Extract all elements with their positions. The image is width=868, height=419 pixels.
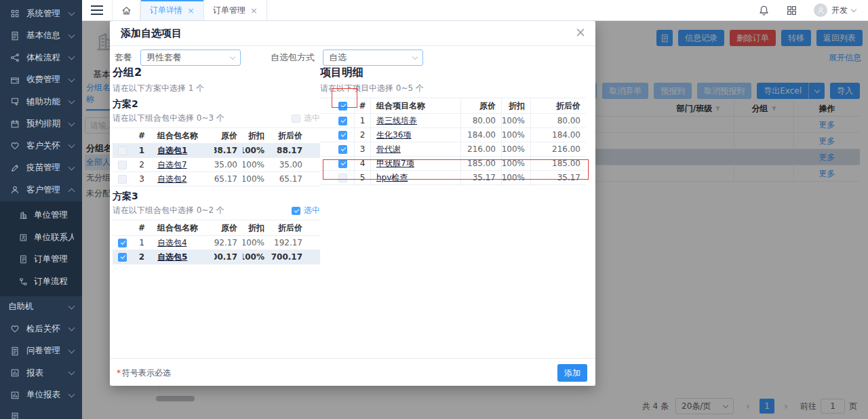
header-cell: 折扣 bbox=[243, 128, 270, 143]
package-name-link[interactable]: 生化36项 bbox=[376, 129, 411, 141]
name-cell: 自选包4 bbox=[152, 236, 214, 250]
sidebar-item-label: 基本信息 bbox=[26, 30, 69, 41]
checkbox-cell bbox=[320, 128, 354, 142]
row-checkbox[interactable] bbox=[118, 161, 127, 169]
sidebar-item-0[interactable]: 系统管理 bbox=[0, 3, 82, 25]
sidebar-subitem-1[interactable]: 单位联系人 bbox=[0, 226, 82, 249]
row-checkbox[interactable] bbox=[118, 146, 127, 155]
row-checkbox[interactable] bbox=[118, 239, 127, 247]
checkbox-cell bbox=[113, 172, 132, 186]
tab-order-detail[interactable]: 订单详情 × bbox=[140, 0, 204, 20]
table-row[interactable]: 2自选包735.00100%35.00 bbox=[113, 158, 320, 172]
mode-select[interactable]: 自选 bbox=[323, 49, 423, 66]
row-checkbox[interactable] bbox=[338, 145, 347, 154]
chevron-down-icon bbox=[412, 54, 418, 59]
table-row[interactable]: 2自选包5700.17100%700.17 bbox=[113, 250, 320, 264]
package-name-link[interactable]: 甲状腺7项 bbox=[376, 158, 414, 169]
plan3-hint: 请在以下组合包中选择 0~2 个 bbox=[113, 205, 224, 216]
home-icon[interactable] bbox=[112, 0, 140, 20]
table-row[interactable]: 1粪三线培养80.00100%80.00 bbox=[320, 114, 586, 128]
row-checkbox[interactable] bbox=[338, 159, 347, 168]
hamburger-menu-icon[interactable] bbox=[82, 0, 112, 20]
sidebar-item-11[interactable]: 问卷管理 bbox=[0, 340, 82, 363]
sidebar-item-2[interactable]: 体检流程 bbox=[0, 47, 82, 69]
sidebar-subitem-3[interactable]: 订单流程 bbox=[0, 271, 82, 293]
close-icon[interactable]: × bbox=[575, 26, 586, 39]
sidebar-item-label: 客户管理 bbox=[26, 184, 69, 196]
sidebar-item-12[interactable]: 报表 bbox=[0, 362, 82, 384]
package-name-link[interactable]: 自选包2 bbox=[157, 174, 187, 185]
checkbox-cell bbox=[320, 142, 354, 156]
apps-grid-icon[interactable] bbox=[786, 5, 797, 16]
package-name-link[interactable]: 自选包7 bbox=[157, 159, 187, 171]
num-cell: 3 bbox=[132, 172, 152, 186]
user-menu[interactable]: 开发 bbox=[814, 3, 856, 17]
num-cell: 2 bbox=[132, 158, 152, 172]
table-row[interactable]: 3骨代谢216.00100%216.00 bbox=[320, 142, 586, 157]
sidebar-item-13[interactable]: 单位报表 bbox=[0, 384, 82, 407]
table-row[interactable]: 2生化36项184.00100%184.00 bbox=[320, 128, 586, 142]
sidebar-item-3[interactable]: 收费管理 bbox=[0, 69, 82, 92]
close-tab-icon[interactable]: × bbox=[187, 5, 195, 16]
plan3-selected-checkbox[interactable] bbox=[292, 207, 300, 215]
sidebar-subitem-0[interactable]: 单位管理 bbox=[0, 205, 82, 227]
plan3-selected-toggle[interactable]: 选中 bbox=[292, 205, 320, 216]
table-row[interactable]: 1自选包4192.17100%192.17 bbox=[113, 236, 320, 250]
select-all-checkbox[interactable] bbox=[338, 102, 347, 111]
required-note: *符号表示必选 bbox=[117, 367, 171, 379]
price-cell: 88.17 bbox=[214, 144, 243, 157]
tab-order-management[interactable]: 订单管理 × bbox=[204, 0, 267, 20]
mode-label: 自选包方式 bbox=[271, 52, 315, 64]
row-checkbox[interactable] bbox=[338, 131, 347, 140]
add-button[interactable]: 添加 bbox=[557, 364, 587, 382]
plan2-selected-checkbox[interactable] bbox=[292, 115, 300, 123]
row-checkbox[interactable] bbox=[118, 253, 127, 262]
sidebar-item-10[interactable]: 检后关怀 bbox=[0, 318, 82, 340]
final-price-cell: 184.00 bbox=[530, 128, 586, 142]
price-cell: 80.00 bbox=[460, 114, 501, 127]
package-name-link[interactable]: 自选包1 bbox=[157, 145, 187, 157]
chevron-down-icon bbox=[851, 6, 856, 12]
package-select-value: 男性套餐 bbox=[146, 52, 182, 64]
bell-icon[interactable] bbox=[758, 5, 770, 16]
package-name-link[interactable]: 粪三线培养 bbox=[376, 115, 417, 127]
package-name-link[interactable]: 自选包4 bbox=[157, 237, 187, 249]
package-name-link[interactable]: 骨代谢 bbox=[376, 144, 401, 155]
sidebar-subitem-2[interactable]: 订单管理 bbox=[0, 249, 82, 271]
sidebar-item-14[interactable] bbox=[0, 406, 82, 419]
num-cell: 5 bbox=[354, 171, 370, 184]
num-cell: 1 bbox=[132, 144, 152, 157]
package-select[interactable]: 男性套餐 bbox=[140, 49, 241, 66]
package-name-link[interactable]: hpv检查 bbox=[376, 172, 408, 184]
row-checkbox[interactable] bbox=[338, 117, 347, 125]
sidebar-subitem-label: 单位联系人 bbox=[34, 232, 74, 243]
sidebar-item-4[interactable]: 辅助功能 bbox=[0, 91, 82, 113]
chevron-down-icon bbox=[68, 75, 75, 82]
sidebar-item-1[interactable]: 基本信息 bbox=[0, 25, 82, 47]
sidebar-item-label: 系统管理 bbox=[26, 8, 69, 20]
sidebar-item-6[interactable]: 客户关怀 bbox=[0, 135, 82, 157]
sidebar-item-label: 辅助功能 bbox=[26, 96, 69, 108]
close-tab-icon[interactable]: × bbox=[250, 5, 258, 16]
plan2-title: 方案2 bbox=[113, 98, 320, 111]
price-cell: 216.00 bbox=[460, 142, 501, 156]
sidebar-item-5[interactable]: 预约排期 bbox=[0, 113, 82, 136]
table-row[interactable]: 1自选包188.17100%88.17 bbox=[113, 144, 320, 158]
chevron-down-icon bbox=[68, 54, 75, 60]
table-row[interactable]: 4甲状腺7项185.00100%185.00 bbox=[320, 157, 586, 171]
plan2-selected-toggle[interactable]: 选中 bbox=[292, 113, 320, 124]
sidebar-item-9[interactable]: 自助机 bbox=[0, 296, 82, 319]
table-row[interactable]: 5hpv检查35.17100%35.17 bbox=[320, 171, 586, 185]
table-row[interactable]: 3自选包265.17100%65.17 bbox=[113, 172, 320, 186]
discount-cell: 100% bbox=[501, 114, 530, 127]
sidebar-item-7[interactable]: 疫苗管理 bbox=[0, 157, 82, 180]
chevron-down-icon bbox=[68, 98, 75, 104]
chevron-down-icon bbox=[68, 9, 75, 16]
group-hint: 请在以下方案中选择 1 个 bbox=[113, 83, 320, 94]
package-name-link[interactable]: 自选包5 bbox=[157, 252, 187, 263]
header-cell: 折后价 bbox=[530, 98, 586, 113]
final-price-cell: 700.17 bbox=[270, 250, 320, 264]
row-checkbox[interactable] bbox=[118, 175, 127, 184]
row-checkbox[interactable] bbox=[338, 174, 347, 182]
sidebar-item-8[interactable]: 客户管理 bbox=[0, 179, 82, 201]
